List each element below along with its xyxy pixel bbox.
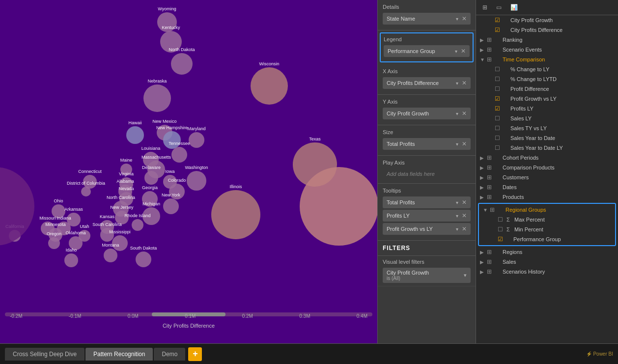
tree-item-cohort-periods[interactable]: ▶⊞Cohort Periods	[476, 153, 618, 163]
city-profits-diff-dropdown[interactable]: ▾	[456, 81, 458, 86]
tree-item-products[interactable]: ▶⊞Products	[476, 192, 618, 202]
chart-area[interactable]: City Profits Difference -0.2M-0.1M0.0M0.…	[0, 0, 377, 343]
bubble-new-hampshire[interactable]	[163, 131, 181, 149]
bubble-michigan[interactable]	[142, 207, 160, 225]
tooltip-tp-remove[interactable]: ✕	[462, 199, 467, 206]
tooltip-ply-dropdown[interactable]: ▾	[456, 213, 458, 219]
tree-item-scenario-events[interactable]: ▶⊞Scenario Events	[476, 45, 618, 55]
state-name-remove[interactable]: ✕	[462, 15, 467, 22]
bubble-north-dakota[interactable]	[171, 53, 193, 75]
tree-item-comparison-products[interactable]: ▶⊞Comparison Products	[476, 163, 618, 172]
bubble-label-ohio: Ohio	[54, 198, 63, 203]
bubble-idaho[interactable]	[64, 253, 78, 267]
tree-item-time-comparison[interactable]: ▼⊞Time Comparison	[476, 55, 618, 64]
bubble-new-york[interactable]	[163, 198, 179, 214]
tooltip-profit-growth-vs-ly[interactable]: Profit Growth vs LY ▾ ✕	[383, 223, 471, 235]
tree-item-max-percent[interactable]: ☐ΣMax Percent	[479, 215, 615, 224]
bubble-district-of-columbia[interactable]	[81, 187, 91, 196]
bubble-oklahoma[interactable]	[69, 236, 83, 250]
total-profits-size-dropdown[interactable]: ▾	[456, 141, 458, 147]
tree-item-%-change-to-ly[interactable]: ☐% Change to LY	[476, 64, 618, 74]
bubble-hawaii[interactable]	[126, 126, 144, 144]
bubble-new-jersey[interactable]	[115, 211, 129, 224]
right-panel: ⊞ ▭ 📊 ☑City Profit Growth☑City Profits D…	[476, 0, 618, 343]
tree-item-ranking[interactable]: ▶⊞Ranking	[476, 35, 618, 45]
y-axis-tick: 0.1M	[185, 313, 196, 319]
tab-demo[interactable]: Demo	[154, 348, 185, 361]
total-profits-size-field[interactable]: Total Profits ▾ ✕	[383, 138, 471, 150]
bubble-oregon[interactable]	[48, 237, 60, 249]
bubble-big-left[interactable]	[0, 167, 34, 246]
city-profits-diff-remove[interactable]: ✕	[462, 80, 467, 86]
tree-item-profit-difference[interactable]: ☐Profit Difference	[476, 84, 618, 94]
bubble-delaware[interactable]	[144, 171, 158, 185]
bubble-big-pink[interactable]	[300, 167, 377, 246]
bubble-georgia[interactable]	[142, 191, 158, 207]
state-name-field[interactable]: State Name ▾ ✕	[383, 13, 471, 25]
checked-icon: ☑	[495, 17, 504, 24]
filter-dropdown-btn[interactable]: ▾	[464, 272, 467, 279]
list-view-btn[interactable]: ▭	[493, 2, 505, 13]
total-profits-size-remove[interactable]: ✕	[462, 140, 467, 147]
tree-item-dates[interactable]: ▶⊞Dates	[476, 182, 618, 192]
bubble-rhode-island[interactable]	[132, 219, 143, 231]
tree-item-scenarios-history[interactable]: ▶⊞Scenarios History	[476, 267, 618, 277]
tooltip-pgvly-remove[interactable]: ✕	[462, 225, 467, 232]
bubble-maryland[interactable]	[189, 132, 204, 148]
tree-item-city-profits-difference[interactable]: ☑City Profits Difference	[476, 25, 618, 35]
performance-group-dropdown[interactable]: ▾	[455, 49, 457, 54]
filter-city-profit-growth[interactable]: City Profit Growth is (All) ▾	[383, 268, 471, 283]
city-profits-diff-field[interactable]: City Profits Difference ▾ ✕	[383, 77, 471, 89]
unchecked-icon: ☐	[495, 125, 504, 132]
tree-item-profit-growth-vs-ly[interactable]: ☑Profit Growth vs LY	[476, 94, 618, 104]
tree-item-sales-year-to-date-ly[interactable]: ☐Sales Year to Date LY	[476, 143, 618, 153]
tree-item-label: Customers	[503, 174, 614, 180]
tree-item-sales-ly[interactable]: ☐Sales LY	[476, 113, 618, 123]
bubble-wyoming[interactable]	[157, 12, 177, 32]
bubble-nebraska[interactable]	[143, 84, 171, 112]
bubble-illinois[interactable]	[211, 190, 260, 239]
grid-view-btn[interactable]: ⊞	[479, 2, 491, 13]
tree-item-sales-year-to-date[interactable]: ☐Sales Year to Date	[476, 133, 618, 143]
unchecked-icon: ☐	[495, 85, 504, 92]
city-profit-growth-dropdown[interactable]: ▾	[456, 111, 458, 116]
chart-view-btn[interactable]: 📊	[507, 2, 521, 13]
tree-item-min-percent[interactable]: ☐ΣMin Percent	[479, 224, 615, 234]
tree-item-sales-ty-vs-ly[interactable]: ☐Sales TY vs LY	[476, 123, 618, 133]
performance-group-field[interactable]: Performance Group ▾ ✕	[384, 45, 470, 57]
tree-item-regional-groups[interactable]: ▼⊞Regional Groups	[479, 205, 615, 215]
bubble-wisconsin[interactable]	[251, 67, 288, 105]
middle-panel: Details State Name ▾ ✕ Legend Performanc…	[377, 0, 476, 343]
tooltip-tp-dropdown[interactable]: ▾	[456, 200, 458, 205]
bubble-maine[interactable]	[120, 164, 132, 175]
bubble-ohio[interactable]	[52, 204, 65, 218]
city-profit-growth-label: City Profit Growth	[387, 111, 429, 116]
tree-item-%-change-to-lytd[interactable]: ☐% Change to LYTD	[476, 74, 618, 84]
bubble-washington[interactable]	[187, 171, 206, 191]
unchecked-icon: ☐	[495, 66, 504, 73]
performance-group-remove[interactable]: ✕	[461, 48, 466, 55]
bubble-colorado[interactable]	[169, 184, 185, 199]
tooltip-pgvly-dropdown[interactable]: ▾	[456, 226, 458, 232]
state-name-dropdown[interactable]: ▾	[456, 16, 458, 22]
tooltip-total-profits[interactable]: Total Profits ▾ ✕	[383, 196, 471, 208]
bubble-kentucky[interactable]	[160, 31, 182, 53]
tree-item-performance-group[interactable]: ☑Performance Group	[479, 234, 615, 244]
bubble-mississippi[interactable]	[112, 235, 128, 251]
tab-pattern-recognition[interactable]: Pattern Recognition	[85, 348, 153, 361]
bubble-montana[interactable]	[104, 249, 117, 262]
add-tab-button[interactable]: +	[188, 347, 202, 361]
tree-item-regions[interactable]: ▶⊞Regions	[476, 247, 618, 257]
tooltip-profits-ly[interactable]: Profits LY ▾ ✕	[383, 210, 471, 222]
tree-item-sales[interactable]: ▶⊞Sales	[476, 257, 618, 267]
tooltip-ply-remove[interactable]: ✕	[462, 212, 467, 219]
bubble-tennessee[interactable]	[171, 147, 187, 163]
bubble-south-carolina[interactable]	[100, 228, 114, 242]
bubble-south-dakota[interactable]	[136, 252, 151, 267]
city-profit-growth-remove[interactable]: ✕	[462, 110, 467, 117]
tree-item-profits-ly[interactable]: ☑Profits LY	[476, 104, 618, 113]
tab-cross-selling-deep-dive[interactable]: Cross Selling Deep Dive	[5, 348, 84, 361]
tree-item-customers[interactable]: ▶⊞Customers	[476, 172, 618, 182]
city-profit-growth-field[interactable]: City Profit Growth ▾ ✕	[383, 108, 471, 119]
tree-item-city-profit-growth[interactable]: ☑City Profit Growth	[476, 15, 618, 25]
